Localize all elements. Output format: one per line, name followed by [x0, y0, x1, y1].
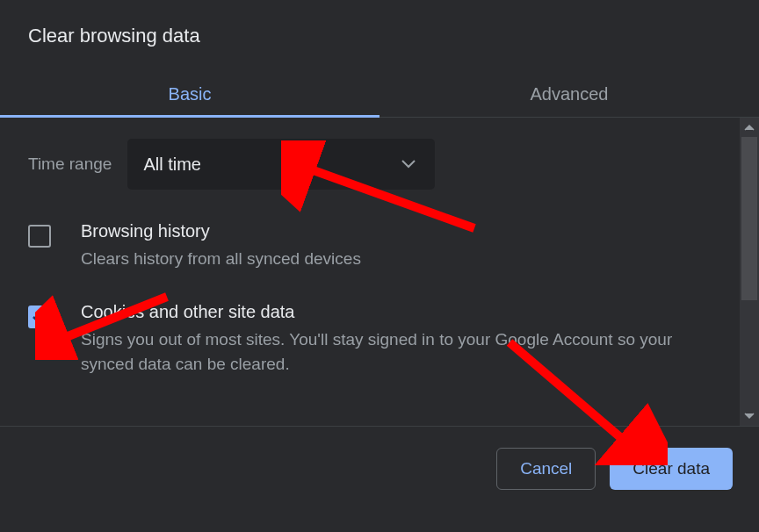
option-cookies-desc: Signs you out of most sites. You'll stay… [81, 327, 724, 377]
dropdown-icon [401, 156, 416, 172]
scrollbar-thumb[interactable] [741, 137, 757, 300]
check-icon [32, 311, 47, 323]
tab-basic[interactable]: Basic [0, 72, 380, 117]
clear-data-button[interactable]: Clear data [610, 448, 733, 490]
time-range-value: All time [143, 155, 201, 175]
checkbox-cookies[interactable] [28, 306, 51, 328]
option-browsing-history-title: Browsing history [81, 221, 724, 241]
scroll-down-icon[interactable] [740, 406, 759, 426]
time-range-row: Time range All time [28, 139, 724, 190]
tabs: Basic Advanced [0, 72, 759, 118]
option-cookies: Cookies and other site data Signs you ou… [28, 302, 724, 377]
checkbox-browsing-history[interactable] [28, 225, 51, 248]
option-cookies-title: Cookies and other site data [81, 302, 724, 322]
option-browsing-history-desc: Clears history from all synced devices [81, 247, 724, 272]
option-browsing-history: Browsing history Clears history from all… [28, 221, 724, 272]
scrollbar-track[interactable] [740, 118, 759, 426]
tab-advanced[interactable]: Advanced [380, 72, 759, 117]
time-range-select[interactable]: All time [127, 139, 435, 190]
dialog-title: Clear browsing data [0, 0, 759, 47]
cancel-button[interactable]: Cancel [496, 448, 596, 490]
dialog-footer: Cancel Clear data [0, 427, 759, 490]
time-range-label: Time range [28, 155, 112, 174]
scroll-up-icon[interactable] [740, 118, 759, 137]
scroll-region: Time range All time Browsing history Cle… [0, 118, 759, 427]
